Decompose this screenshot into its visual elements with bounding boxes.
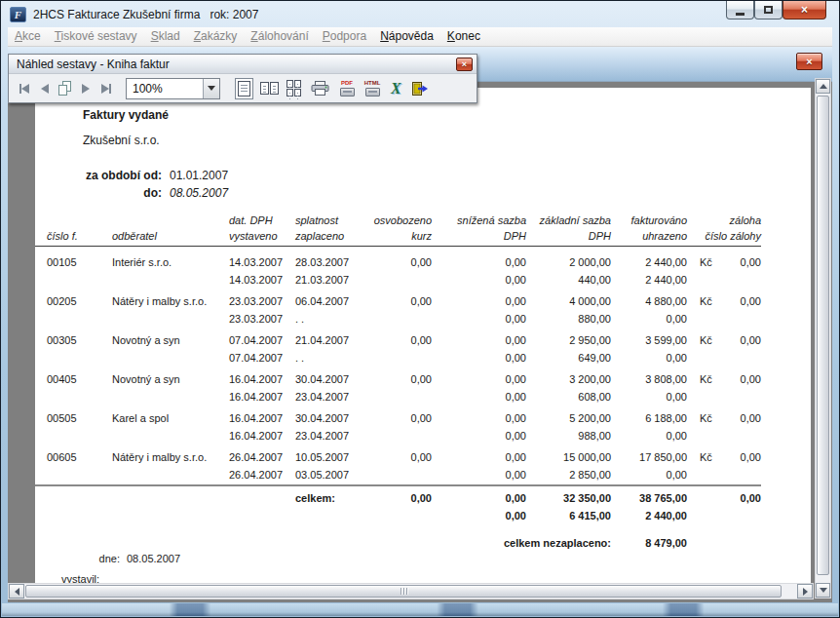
multi-page-icon	[286, 80, 301, 97]
close-preview-button[interactable]	[407, 78, 433, 99]
menu-item-zalohovani[interactable]: Zálohování	[244, 27, 315, 46]
menu-item-podpora[interactable]: Podpora	[316, 27, 373, 46]
amount-base-vat: 2 850,00	[526, 466, 611, 483]
close-button[interactable]: ×	[783, 1, 826, 19]
amount-base: 5 200,00	[526, 409, 611, 427]
amount-invoiced: 17 850,00	[611, 448, 687, 466]
report-window-close-button[interactable]: ×	[796, 53, 822, 70]
export-html-button[interactable]: HTML	[360, 78, 385, 99]
pages-button[interactable]	[55, 78, 75, 99]
minimize-button[interactable]	[726, 1, 754, 19]
date-due: 10.05.2007	[295, 448, 373, 466]
menu-item-napoveda[interactable]: Nápověda	[373, 27, 440, 46]
arrow-down-icon	[820, 588, 827, 593]
minimize-icon	[736, 13, 745, 16]
date-vat: 26.04.2007	[229, 466, 295, 483]
window-title: 2HCS Fakturace Zkušební firma rok: 2007	[33, 8, 258, 21]
report-page: Faktury vydané Zkušební s.r.o. za období…	[35, 88, 811, 583]
date-paid: 03.05.2007	[295, 466, 373, 483]
next-page-button[interactable]	[75, 78, 95, 99]
report-date-row: dne: 08.05.2007	[95, 553, 180, 564]
menu-item-konec[interactable]: Konec	[440, 27, 487, 46]
table-row: 00605 Nátěry i malby s.r.o. 26.04.2007 1…	[35, 448, 761, 483]
titlebar[interactable]: F 2HCS Fakturace Zkušební firma rok: 200…	[1, 1, 839, 27]
unpaid-value: 8 479,00	[611, 534, 687, 552]
menu-item-tiskove-sestavy[interactable]: Tiskové sestavy	[48, 27, 144, 46]
col-vystaveno: vystaveno	[229, 228, 295, 244]
preview-close-button[interactable]: ×	[456, 58, 473, 71]
amount-reduced-vat: 0,00	[432, 466, 526, 483]
col-dat-dph: dat. DPH	[229, 212, 295, 228]
amount-base-vat: 988,00	[526, 427, 611, 444]
date-due: 28.03.2007	[295, 253, 373, 271]
amount-reduced-vat: 0,00	[432, 349, 526, 367]
invoice-number: 00305	[47, 331, 112, 349]
date-issued: 16.04.2007	[229, 409, 295, 427]
menu-item-zakazky[interactable]: Zakázky	[187, 27, 245, 46]
pages-icon	[57, 81, 73, 97]
col-dph-2: DPH	[526, 228, 611, 244]
currency: Kč	[687, 448, 722, 466]
vertical-scrollbar[interactable]	[815, 78, 831, 599]
multi-page-view-button[interactable]	[286, 78, 301, 99]
amount-base-vat: 608,00	[526, 388, 611, 406]
last-page-icon	[109, 84, 111, 94]
period-from-row: za období od: 01.01.2007	[74, 169, 228, 182]
invoice-rows: 00105 Interiér s.r.o. 14.03.2007 28.03.2…	[35, 253, 761, 487]
preview-area: × Faktury vydané Zkušební s.r.o. za obdo…	[8, 47, 832, 602]
customer-name: Nátěry i malby s.r.o.	[112, 292, 229, 310]
first-page-button[interactable]	[14, 78, 34, 99]
excel-icon: X	[391, 81, 401, 97]
totals-row: celkem: 0,00 0,00 32 350,00 38 765,00 0,…	[35, 489, 761, 524]
arrow-left-icon	[15, 588, 19, 596]
horizontal-scrollbar-thumb[interactable]	[25, 585, 782, 598]
zoom-select[interactable]: 100%	[126, 78, 220, 99]
amount-paid: 0,00	[611, 466, 687, 483]
col-cislo-f: číslo f.	[47, 228, 112, 244]
date-paid: 21.03.2007	[295, 271, 373, 289]
horizontal-scrollbar[interactable]	[8, 583, 814, 599]
menu-item-sklad[interactable]: Sklad	[144, 27, 187, 46]
col-odberatel: odběratel	[112, 228, 229, 244]
zoom-dropdown-button[interactable]	[203, 79, 219, 98]
two-page-icon	[260, 82, 269, 95]
scroll-down-button[interactable]	[816, 583, 830, 598]
two-page-icon	[270, 82, 279, 95]
pdf-icon	[340, 88, 355, 97]
table-row: 00205 Nátěry i malby s.r.o. 23.03.2007 0…	[35, 292, 761, 328]
single-page-view-button[interactable]	[235, 78, 253, 99]
export-excel-button[interactable]: X	[385, 78, 407, 99]
amount-exempt: 0,00	[373, 409, 432, 427]
maximize-button[interactable]	[754, 1, 783, 19]
prev-page-button[interactable]	[34, 78, 55, 99]
export-pdf-button[interactable]: PDF	[334, 78, 360, 99]
print-button[interactable]	[305, 78, 334, 99]
invoice-number: 00205	[47, 292, 112, 310]
amount-base: 2 000,00	[526, 253, 611, 271]
scroll-left-button[interactable]	[9, 584, 24, 599]
scroll-right-button[interactable]	[797, 584, 813, 599]
report-company: Zkušební s.r.o.	[83, 134, 160, 147]
currency: Kč	[687, 292, 722, 310]
customer-name: Nátěry i malby s.r.o.	[112, 448, 229, 466]
date-paid: . .	[295, 310, 373, 328]
date-vat: 14.03.2007	[229, 271, 295, 289]
preview-toolbar-titlebar[interactable]: Náhled sestavy - Kniha faktur ×	[9, 55, 477, 74]
two-page-view-button[interactable]	[260, 78, 279, 99]
arrow-right-icon	[803, 588, 808, 596]
amount-reduced-vat: 0,00	[432, 310, 526, 328]
amount-exempt: 0,00	[373, 331, 432, 349]
amount-paid: 0,00	[611, 310, 687, 328]
next-page-icon	[82, 84, 90, 94]
menu-item-akce[interactable]: Akce	[8, 27, 48, 46]
date-paid: 23.04.2007	[295, 388, 373, 406]
col-zaplaceno: zaplaceno	[295, 228, 373, 244]
first-page-icon	[21, 84, 29, 94]
scroll-up-button[interactable]	[816, 79, 830, 94]
period-from-value: 01.01.2007	[170, 169, 228, 182]
menu-bar: Akce Tiskové sestavy Sklad Zakázky Záloh…	[8, 27, 832, 47]
amount-reduced: 0,00	[432, 253, 526, 271]
vertical-scrollbar-thumb[interactable]	[817, 96, 829, 575]
amount-reduced: 0,00	[432, 331, 526, 349]
last-page-button[interactable]	[95, 78, 116, 99]
